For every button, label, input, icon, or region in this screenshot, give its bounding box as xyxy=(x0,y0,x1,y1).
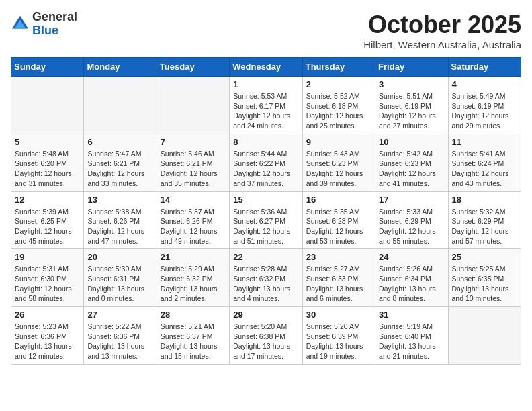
day-number: 31 xyxy=(379,310,444,320)
logo-icon xyxy=(11,15,30,34)
day-info: Sunrise: 5:41 AM Sunset: 6:24 PM Dayligh… xyxy=(452,149,517,189)
day-info: Sunrise: 5:20 AM Sunset: 6:38 PM Dayligh… xyxy=(233,322,298,361)
day-info: Sunrise: 5:30 AM Sunset: 6:31 PM Dayligh… xyxy=(87,264,152,304)
calendar-cell: 29Sunrise: 5:20 AM Sunset: 6:38 PM Dayli… xyxy=(230,307,302,365)
day-info: Sunrise: 5:35 AM Sunset: 6:28 PM Dayligh… xyxy=(306,207,371,246)
day-info: Sunrise: 5:21 AM Sunset: 6:37 PM Dayligh… xyxy=(161,322,226,361)
day-info: Sunrise: 5:25 AM Sunset: 6:35 PM Dayligh… xyxy=(452,264,517,304)
month-title: October 2025 xyxy=(363,11,521,39)
day-number: 4 xyxy=(452,79,517,89)
day-number: 11 xyxy=(452,137,517,147)
day-number: 22 xyxy=(233,252,298,262)
day-number: 17 xyxy=(379,195,444,205)
day-number: 21 xyxy=(161,252,226,262)
day-number: 23 xyxy=(306,252,371,262)
day-number: 7 xyxy=(161,137,226,147)
logo-blue: Blue xyxy=(32,24,58,37)
calendar-cell: 28Sunrise: 5:21 AM Sunset: 6:37 PM Dayli… xyxy=(157,307,229,365)
calendar-cell: 24Sunrise: 5:26 AM Sunset: 6:34 PM Dayli… xyxy=(375,249,448,307)
day-info: Sunrise: 5:46 AM Sunset: 6:21 PM Dayligh… xyxy=(161,149,226,189)
day-info: Sunrise: 5:51 AM Sunset: 6:19 PM Dayligh… xyxy=(379,91,444,131)
day-number: 9 xyxy=(306,137,371,147)
weekday-header-wednesday: Wednesday xyxy=(230,58,302,77)
day-info: Sunrise: 5:42 AM Sunset: 6:23 PM Dayligh… xyxy=(379,149,444,189)
calendar-cell: 25Sunrise: 5:25 AM Sunset: 6:35 PM Dayli… xyxy=(448,249,521,307)
calendar-cell: 23Sunrise: 5:27 AM Sunset: 6:33 PM Dayli… xyxy=(302,249,375,307)
calendar-cell: 8Sunrise: 5:44 AM Sunset: 6:22 PM Daylig… xyxy=(230,134,302,191)
day-info: Sunrise: 5:47 AM Sunset: 6:21 PM Dayligh… xyxy=(87,149,152,189)
day-info: Sunrise: 5:26 AM Sunset: 6:34 PM Dayligh… xyxy=(379,264,444,304)
day-number: 14 xyxy=(161,195,226,205)
calendar-cell: 3Sunrise: 5:51 AM Sunset: 6:19 PM Daylig… xyxy=(375,77,448,134)
calendar-table: SundayMondayTuesdayWednesdayThursdayFrid… xyxy=(11,57,521,365)
day-number: 28 xyxy=(161,310,226,320)
calendar-cell: 15Sunrise: 5:36 AM Sunset: 6:27 PM Dayli… xyxy=(230,191,302,249)
weekday-header-tuesday: Tuesday xyxy=(157,58,229,77)
logo: General Blue xyxy=(11,11,77,38)
day-number: 2 xyxy=(306,79,371,89)
day-info: Sunrise: 5:28 AM Sunset: 6:32 PM Dayligh… xyxy=(233,264,298,304)
calendar-cell: 22Sunrise: 5:28 AM Sunset: 6:32 PM Dayli… xyxy=(230,249,302,307)
day-info: Sunrise: 5:31 AM Sunset: 6:30 PM Dayligh… xyxy=(15,264,80,304)
weekday-header-row: SundayMondayTuesdayWednesdayThursdayFrid… xyxy=(11,58,521,77)
day-number: 13 xyxy=(87,195,152,205)
title-block: October 2025 Hilbert, Western Australia,… xyxy=(363,11,521,50)
calendar-cell: 1Sunrise: 5:53 AM Sunset: 6:17 PM Daylig… xyxy=(230,77,302,134)
calendar-cell: 16Sunrise: 5:35 AM Sunset: 6:28 PM Dayli… xyxy=(302,191,375,249)
calendar-cell: 12Sunrise: 5:39 AM Sunset: 6:25 PM Dayli… xyxy=(11,191,84,249)
weekday-header-thursday: Thursday xyxy=(302,58,375,77)
day-info: Sunrise: 5:27 AM Sunset: 6:33 PM Dayligh… xyxy=(306,264,371,304)
calendar-week-5: 26Sunrise: 5:23 AM Sunset: 6:36 PM Dayli… xyxy=(11,307,521,365)
calendar-cell: 17Sunrise: 5:33 AM Sunset: 6:29 PM Dayli… xyxy=(375,191,448,249)
page-header: General Blue October 2025 Hilbert, Weste… xyxy=(11,11,521,50)
day-info: Sunrise: 5:52 AM Sunset: 6:18 PM Dayligh… xyxy=(306,91,371,131)
calendar-cell: 6Sunrise: 5:47 AM Sunset: 6:21 PM Daylig… xyxy=(84,134,157,191)
weekday-header-saturday: Saturday xyxy=(448,58,521,77)
day-number: 19 xyxy=(15,252,80,262)
day-number: 20 xyxy=(87,252,152,262)
day-info: Sunrise: 5:32 AM Sunset: 6:29 PM Dayligh… xyxy=(452,207,517,246)
day-number: 24 xyxy=(379,252,444,262)
calendar-cell: 2Sunrise: 5:52 AM Sunset: 6:18 PM Daylig… xyxy=(302,77,375,134)
calendar-cell: 9Sunrise: 5:43 AM Sunset: 6:23 PM Daylig… xyxy=(302,134,375,191)
calendar-cell: 20Sunrise: 5:30 AM Sunset: 6:31 PM Dayli… xyxy=(84,249,157,307)
day-number: 26 xyxy=(15,310,80,320)
calendar-cell xyxy=(448,307,521,365)
day-number: 30 xyxy=(306,310,371,320)
calendar-week-1: 1Sunrise: 5:53 AM Sunset: 6:17 PM Daylig… xyxy=(11,77,521,134)
logo-general: General xyxy=(32,10,77,24)
day-info: Sunrise: 5:19 AM Sunset: 6:40 PM Dayligh… xyxy=(379,322,444,361)
day-number: 29 xyxy=(233,310,298,320)
calendar-cell: 13Sunrise: 5:38 AM Sunset: 6:26 PM Dayli… xyxy=(84,191,157,249)
day-info: Sunrise: 5:29 AM Sunset: 6:32 PM Dayligh… xyxy=(161,264,226,304)
calendar-cell: 11Sunrise: 5:41 AM Sunset: 6:24 PM Dayli… xyxy=(448,134,521,191)
calendar-cell: 27Sunrise: 5:22 AM Sunset: 6:36 PM Dayli… xyxy=(84,307,157,365)
calendar-cell xyxy=(11,77,84,134)
location-title: Hilbert, Western Australia, Australia xyxy=(363,39,521,50)
calendar-cell: 14Sunrise: 5:37 AM Sunset: 6:26 PM Dayli… xyxy=(157,191,229,249)
day-number: 25 xyxy=(452,252,517,262)
day-info: Sunrise: 5:23 AM Sunset: 6:36 PM Dayligh… xyxy=(15,322,80,361)
day-number: 1 xyxy=(233,79,298,89)
logo-text: General Blue xyxy=(32,11,77,38)
day-number: 16 xyxy=(306,195,371,205)
day-info: Sunrise: 5:43 AM Sunset: 6:23 PM Dayligh… xyxy=(306,149,371,189)
day-info: Sunrise: 5:33 AM Sunset: 6:29 PM Dayligh… xyxy=(379,207,444,246)
day-number: 27 xyxy=(87,310,152,320)
calendar-week-4: 19Sunrise: 5:31 AM Sunset: 6:30 PM Dayli… xyxy=(11,249,521,307)
day-number: 3 xyxy=(379,79,444,89)
calendar-week-2: 5Sunrise: 5:48 AM Sunset: 6:20 PM Daylig… xyxy=(11,134,521,191)
calendar-cell: 30Sunrise: 5:20 AM Sunset: 6:39 PM Dayli… xyxy=(302,307,375,365)
calendar-cell: 31Sunrise: 5:19 AM Sunset: 6:40 PM Dayli… xyxy=(375,307,448,365)
day-info: Sunrise: 5:53 AM Sunset: 6:17 PM Dayligh… xyxy=(233,91,298,131)
day-number: 8 xyxy=(233,137,298,147)
calendar-cell xyxy=(157,77,229,134)
day-info: Sunrise: 5:48 AM Sunset: 6:20 PM Dayligh… xyxy=(15,149,80,189)
calendar-cell: 4Sunrise: 5:49 AM Sunset: 6:19 PM Daylig… xyxy=(448,77,521,134)
day-number: 6 xyxy=(87,137,152,147)
calendar-cell: 19Sunrise: 5:31 AM Sunset: 6:30 PM Dayli… xyxy=(11,249,84,307)
calendar-cell: 18Sunrise: 5:32 AM Sunset: 6:29 PM Dayli… xyxy=(448,191,521,249)
day-info: Sunrise: 5:22 AM Sunset: 6:36 PM Dayligh… xyxy=(87,322,152,361)
day-info: Sunrise: 5:20 AM Sunset: 6:39 PM Dayligh… xyxy=(306,322,371,361)
day-number: 5 xyxy=(15,137,80,147)
